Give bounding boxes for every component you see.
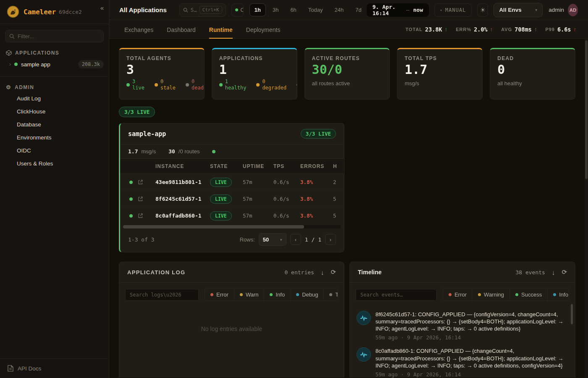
- avatar[interactable]: AD: [568, 4, 578, 16]
- filter-warning[interactable]: Warning: [472, 289, 509, 301]
- sidebar-filter-input[interactable]: Filter...: [5, 30, 104, 42]
- sidebar-item-oidc[interactable]: OIDC: [0, 144, 109, 157]
- sidebar-item-sample-app[interactable]: › sample app 208.3k: [0, 58, 109, 71]
- event-timestamp: 59m ago · 9 Apr 2026, 16:14: [375, 334, 565, 341]
- status-dot-gray: [186, 83, 189, 87]
- routes-suffix: /0 routes: [178, 148, 200, 155]
- card-total-agents: TOTAL AGENTS 3 3live 0stale 0dead: [119, 48, 205, 100]
- global-search-input[interactable]: S… Ctrl+K: [179, 3, 226, 17]
- tab-runtime[interactable]: Runtime: [209, 20, 233, 39]
- card-value: 0: [497, 63, 568, 76]
- log-search-input[interactable]: [125, 289, 199, 301]
- scrollbar-thumb[interactable]: [571, 304, 573, 324]
- tabs-bar: Exchanges Dashboard Runtime Deployments …: [109, 20, 588, 39]
- vertical-scrollbar[interactable]: [585, 39, 588, 378]
- event-text: 8c0affadb860-1: CONFIG_APPLIED — {change…: [375, 347, 565, 369]
- sidebar-item-clickhouse[interactable]: ClickHouse: [0, 105, 109, 118]
- date-range-picker[interactable]: 9. Apr. 16:14 – now: [367, 3, 429, 17]
- status-badge: 3/3 LIVE: [301, 129, 336, 139]
- scrollbar-thumb[interactable]: [585, 40, 588, 179]
- content: TOTAL AGENTS 3 3live 0stale 0dead APPLIC…: [109, 39, 588, 378]
- horizontal-scrollbar[interactable]: [123, 225, 341, 228]
- filter-info[interactable]: Info: [547, 289, 569, 301]
- tab-dashboard[interactable]: Dashboard: [167, 20, 196, 39]
- theme-toggle-sun-icon[interactable]: ☀: [477, 3, 488, 17]
- external-link-icon[interactable]: [138, 179, 155, 185]
- download-icon[interactable]: ↓: [321, 269, 324, 276]
- filter-error[interactable]: Error: [205, 289, 234, 301]
- page-indicator: 1 / 1: [305, 236, 321, 243]
- table-row[interactable]: 8c0affadb860-1 LIVE 57m 0.6/s 3.8% 5: [120, 207, 344, 224]
- sidebar-item-database[interactable]: Database: [0, 118, 109, 131]
- live-status-toggle[interactable]: O: [231, 3, 244, 17]
- filter-warn[interactable]: Warn: [234, 289, 264, 301]
- col-instance: INSTANCE: [155, 163, 210, 169]
- filter-success[interactable]: Success: [509, 289, 547, 301]
- card-caption: all healthy: [497, 80, 568, 87]
- range-button-7d[interactable]: 7d: [350, 3, 366, 16]
- app-card-title: sample-app: [128, 130, 166, 138]
- status-dot-green: [515, 293, 518, 296]
- refresh-icon[interactable]: ⟳: [331, 268, 336, 276]
- sidebar-item-audit-log[interactable]: Audit Log: [0, 92, 109, 105]
- tab-deployments[interactable]: Deployments: [246, 20, 281, 39]
- bottom-panels: APPLICATION LOG 0 entries ↓ ⟳ Error Warn…: [109, 252, 588, 378]
- table-row[interactable]: 43ee9811b801-1 LIVE 57m 0.6/s 3.8% 2: [120, 173, 344, 190]
- external-link-icon[interactable]: [138, 196, 155, 202]
- scrollbar-thumb[interactable]: [123, 225, 304, 228]
- chevron-right-icon[interactable]: ›: [9, 61, 11, 67]
- filter-info[interactable]: Info: [264, 289, 290, 301]
- sidebar: Cameleer 69dcce2 « Filter... APPLICATION…: [0, 0, 109, 378]
- filter-debug[interactable]: Debug: [290, 289, 323, 301]
- date-separator: –: [406, 7, 410, 13]
- state-badge: LIVE: [210, 211, 232, 220]
- environment-select[interactable]: All Envs ▾: [494, 3, 543, 17]
- log-level-filter-group: Error Warn Info Debug Trace: [205, 288, 338, 301]
- col-uptime: UPTIME: [243, 163, 273, 169]
- table-row[interactable]: 8f6245c61d57-1 LIVE 57m 0.6/s 3.8% 5: [120, 190, 344, 207]
- card-caption: all routes active: [312, 80, 383, 87]
- api-docs-link[interactable]: API Docs: [0, 358, 109, 378]
- card-active-routes: ACTIVE ROUTES 30/0 all routes active: [304, 48, 390, 100]
- tab-exchanges[interactable]: Exchanges: [124, 20, 153, 39]
- col-tps: TPS: [273, 163, 300, 169]
- next-page-button[interactable]: ›: [325, 234, 336, 245]
- gear-icon: ⚙: [6, 84, 11, 90]
- card-value: 3: [126, 63, 197, 76]
- heap-cell: 5: [333, 213, 344, 219]
- range-button-today[interactable]: Today: [303, 3, 328, 16]
- timeline-search-input[interactable]: [356, 289, 437, 301]
- tps-cell: 0.6/s: [273, 196, 300, 202]
- event-type-filter-group: Error Warning Success Info: [443, 288, 569, 301]
- applications-section-header: APPLICATIONS: [0, 47, 109, 58]
- filter-trace[interactable]: Trace: [323, 289, 338, 301]
- range-button-24h[interactable]: 24h: [330, 3, 349, 16]
- bullet-icon: •: [440, 8, 442, 13]
- refresh-icon[interactable]: ⟳: [562, 268, 567, 276]
- download-icon[interactable]: ↓: [552, 269, 555, 276]
- external-link-icon[interactable]: [138, 213, 155, 218]
- chevron-down-icon: ▾: [535, 8, 537, 12]
- event-text: 8f6245c61d57-1: CONFIG_APPLIED — {config…: [375, 311, 565, 332]
- sidebar-item-environments[interactable]: Environments: [0, 131, 109, 144]
- filter-error[interactable]: Error: [443, 289, 472, 301]
- rows-per-page-select[interactable]: 50 ▾: [259, 233, 286, 246]
- timeline-panel: Timeline 38 events ↓ ⟳ Error Warning Suc…: [349, 262, 575, 378]
- range-button-6h[interactable]: 6h: [285, 3, 301, 16]
- sidebar-item-users-roles[interactable]: Users & Roles: [0, 157, 109, 170]
- cube-icon: [6, 50, 12, 56]
- timeline-event[interactable]: 8f6245c61d57-1: CONFIG_APPLIED — {config…: [357, 311, 565, 341]
- manual-refresh-button[interactable]: • MANUAL: [434, 3, 472, 17]
- log-panel-title: APPLICATION LOG: [127, 269, 185, 276]
- sidebar-collapse-icon[interactable]: «: [100, 4, 104, 11]
- state-badge: LIVE: [210, 194, 232, 204]
- status-dot-gray: [297, 83, 297, 87]
- api-docs-label: API Docs: [18, 365, 41, 372]
- prev-page-button[interactable]: ‹: [290, 234, 301, 245]
- app-card-substats: 1.7 msg/s 30 /0 routes: [120, 144, 344, 158]
- timeline-event[interactable]: 8c0affadb860-1: CONFIG_APPLIED — {change…: [357, 347, 565, 377]
- topbar: All Applications S… Ctrl+K O 1h 3h 6h To…: [109, 0, 588, 20]
- range-button-1h[interactable]: 1h: [249, 3, 266, 16]
- table-header: INSTANCE STATE UPTIME TPS ERRORS H: [120, 158, 344, 173]
- range-button-3h[interactable]: 3h: [268, 3, 284, 16]
